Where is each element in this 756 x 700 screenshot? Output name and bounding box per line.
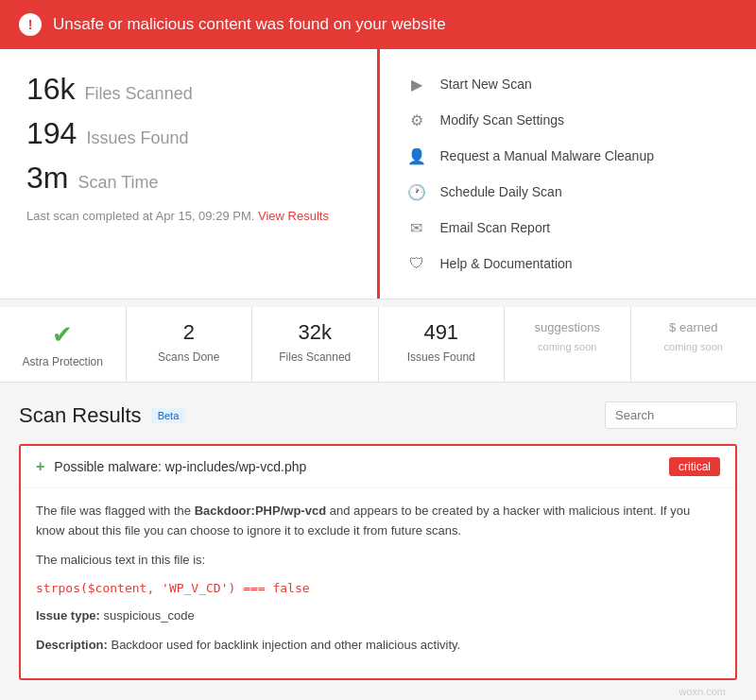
view-results-link[interactable]: View Results (258, 209, 329, 223)
result-card-title: + Possible malware: wp-includes/wp-vcd.p… (36, 458, 306, 475)
malicious-code: strpos($content, 'WP_V_CD') === false (36, 579, 720, 599)
last-scan-text: Last scan completed at Apr 15, 09:29 PM. (26, 209, 254, 223)
result-card-body: The file was flagged with the Backdoor:P… (21, 488, 735, 678)
search-input[interactable] (605, 401, 737, 429)
beta-badge: Beta (151, 408, 186, 423)
alert-icon: ! (19, 13, 42, 36)
issue-type-value: suspicious_code (104, 608, 195, 623)
result-card-header: + Possible malware: wp-includes/wp-vcd.p… (21, 446, 735, 488)
action-schedule-scan[interactable]: 🕐 Schedule Daily Scan (406, 174, 730, 210)
scan-results-section: Scan Results Beta + Possible malware: wp… (0, 383, 756, 700)
description-value: Backdoor used for backlink injection and… (111, 638, 460, 652)
action-manual-cleanup[interactable]: 👤 Request a Manual Malware Cleanup (406, 138, 730, 174)
critical-badge: critical (669, 457, 720, 476)
action-email-report-label: Email Scan Report (440, 220, 551, 235)
scan-time-row: 3m Scan Time (26, 161, 351, 196)
alert-message: Unsafe or malicious content was found on… (53, 15, 446, 34)
action-schedule-scan-label: Schedule Daily Scan (440, 184, 562, 199)
issues-found-label: Issues Found (86, 128, 188, 148)
issue-type: Issue type: suspicious_code (36, 606, 720, 626)
issues-found-metric-value: 491 (388, 320, 495, 345)
user-icon: 👤 (406, 145, 427, 166)
last-scan-info: Last scan completed at Apr 15, 09:29 PM.… (26, 209, 351, 223)
clock-icon: 🕐 (406, 181, 427, 202)
scans-done-value: 2 (136, 320, 243, 345)
action-modify-settings-label: Modify Scan Settings (440, 112, 565, 128)
result-title-text: Possible malware: wp-includes/wp-vcd.php (54, 459, 306, 474)
action-start-scan[interactable]: ▶ Start New Scan (406, 66, 730, 102)
play-icon: ▶ (406, 74, 427, 94)
issues-found-row: 194 Issues Found (26, 116, 351, 151)
email-icon: ✉ (406, 217, 427, 238)
malicious-text-label: The malicious text in this file is: (36, 551, 720, 571)
action-start-scan-label: Start New Scan (440, 77, 532, 92)
metric-files-scanned: 32k Files Scanned (252, 307, 379, 382)
issue-details: Issue type: suspicious_code Description:… (36, 606, 720, 656)
metric-issues-found: 491 Issues Found (379, 307, 506, 382)
scan-results-heading: Scan Results (19, 403, 142, 428)
description: Description: Backdoor used for backlink … (36, 636, 720, 656)
issues-found-metric-label: Issues Found (407, 350, 475, 364)
earned-value: $ earned (641, 320, 747, 334)
action-modify-settings[interactable]: ⚙ Modify Scan Settings (406, 102, 730, 138)
action-help[interactable]: 🛡 Help & Documentation (406, 246, 730, 282)
watermark: woxn.com (19, 680, 737, 700)
scan-time-number: 3m (26, 161, 68, 196)
metrics-bar: ✔ Astra Protection 2 Scans Done 32k File… (0, 307, 756, 383)
files-scanned-number: 16k (26, 72, 76, 107)
metric-suggestions: suggestions coming soon (505, 307, 631, 382)
stats-panel: 16k Files Scanned 194 Issues Found 3m Sc… (0, 49, 756, 299)
result-description: The file was flagged with the Backdoor:P… (36, 502, 720, 541)
astra-protection-label: Astra Protection (23, 355, 103, 368)
files-scanned-metric-label: Files Scanned (279, 350, 351, 364)
check-icon: ✔ (9, 320, 116, 350)
suggestions-label: coming soon (538, 341, 596, 352)
files-scanned-metric-value: 32k (262, 320, 369, 345)
action-manual-cleanup-label: Request a Manual Malware Cleanup (440, 148, 654, 163)
scans-done-label: Scans Done (158, 350, 219, 364)
action-email-report[interactable]: ✉ Email Scan Report (406, 210, 730, 246)
metric-scans-done: 2 Scans Done (127, 307, 253, 382)
plus-icon: + (36, 458, 44, 475)
alert-icon-text: ! (28, 17, 33, 32)
help-icon: 🛡 (406, 253, 427, 274)
alert-banner: ! Unsafe or malicious content was found … (0, 0, 756, 49)
stats-left: 16k Files Scanned 194 Issues Found 3m Sc… (0, 49, 380, 299)
scan-results-header: Scan Results Beta (19, 401, 737, 429)
files-scanned-row: 16k Files Scanned (26, 72, 351, 107)
issues-found-number: 194 (26, 116, 77, 151)
metric-astra-protection: ✔ Astra Protection (0, 307, 127, 382)
earned-label: coming soon (664, 341, 723, 352)
scan-time-label: Scan Time (77, 173, 158, 193)
files-scanned-label: Files Scanned (85, 84, 193, 104)
gear-icon: ⚙ (406, 110, 427, 130)
suggestions-value: suggestions (514, 320, 621, 334)
result-card: + Possible malware: wp-includes/wp-vcd.p… (19, 444, 737, 680)
scan-results-title: Scan Results Beta (19, 403, 185, 428)
stats-right: ▶ Start New Scan ⚙ Modify Scan Settings … (380, 49, 757, 299)
action-help-label: Help & Documentation (440, 256, 573, 271)
metric-earned: $ earned coming soon (631, 307, 757, 382)
